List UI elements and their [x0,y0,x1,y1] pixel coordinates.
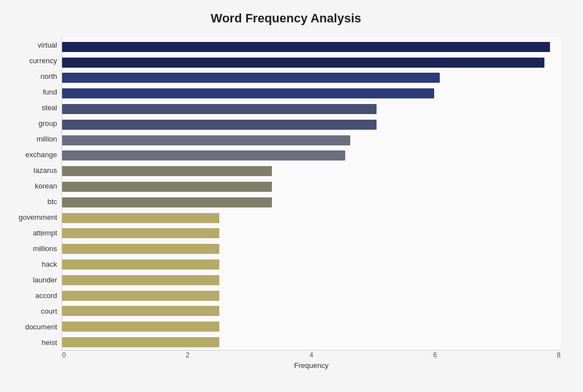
bar [62,150,345,160]
bar [62,104,377,114]
bar-row [62,243,555,255]
bar [62,228,219,238]
bar-row [62,181,555,193]
bar-row [62,274,555,286]
y-label: heist [42,339,57,346]
y-label: million [36,135,57,143]
y-label: fund [43,88,57,96]
bar-row [62,41,555,53]
bar-row [62,227,555,239]
plot-area: 02468 Frequency [62,37,561,351]
bar-row [62,149,555,162]
x-axis: 02468 Frequency [62,351,561,370]
x-tick: 8 [557,351,561,359]
y-label: virtual [37,41,57,49]
bar [62,73,440,83]
y-label: currency [29,57,57,64]
bar-row [62,134,555,147]
bar [62,120,377,130]
y-axis: virtualcurrencynorthfundstealgroupmillio… [11,37,62,351]
y-label: accord [35,292,57,299]
bar-row [62,103,555,115]
bar [62,42,550,52]
bar-row [62,165,555,177]
bar-row [62,87,555,100]
y-label: steal [42,104,57,111]
bar-row [62,56,555,69]
bar [62,88,434,98]
bar [62,135,350,145]
bar [62,182,272,192]
chart-container: Word Frequency Analysis virtualcurrencyn… [0,0,583,392]
bar-row [62,320,555,333]
bar [62,58,544,68]
chart-title: Word Frequency Analysis [11,11,561,26]
y-label: hack [42,261,57,268]
bar [62,291,219,301]
y-label: attempt [33,229,57,237]
y-label: government [18,214,57,221]
y-label: north [40,73,57,80]
y-label: launder [33,276,57,284]
bar [62,322,219,332]
chart-area: virtualcurrencynorthfundstealgroupmillio… [11,37,561,351]
bar [62,259,219,270]
bar-row [62,305,555,317]
y-label: lazarus [34,167,57,174]
bar [62,275,219,285]
bar-row [62,212,555,224]
bar-row [62,196,555,209]
bar [62,213,219,223]
bar-row [62,290,555,302]
x-tick: 4 [309,351,313,359]
bar [62,337,219,347]
y-label: millions [33,245,57,252]
y-label: btc [48,198,57,205]
x-ticks: 02468 [62,351,561,359]
bar-row [62,72,555,84]
bar [62,306,219,316]
x-tick: 6 [433,351,437,359]
bar-row [62,119,555,131]
y-label: korean [35,182,57,190]
bar [62,244,219,254]
bar-row [62,258,555,271]
bar [62,166,272,176]
y-label: group [39,120,57,127]
bar-row [62,336,555,348]
y-label: exchange [26,151,57,158]
bar [62,197,272,207]
y-label: document [25,323,57,330]
x-axis-label: Frequency [62,361,561,370]
x-tick: 0 [62,351,66,359]
x-tick: 2 [186,351,190,359]
y-label: court [41,308,57,315]
